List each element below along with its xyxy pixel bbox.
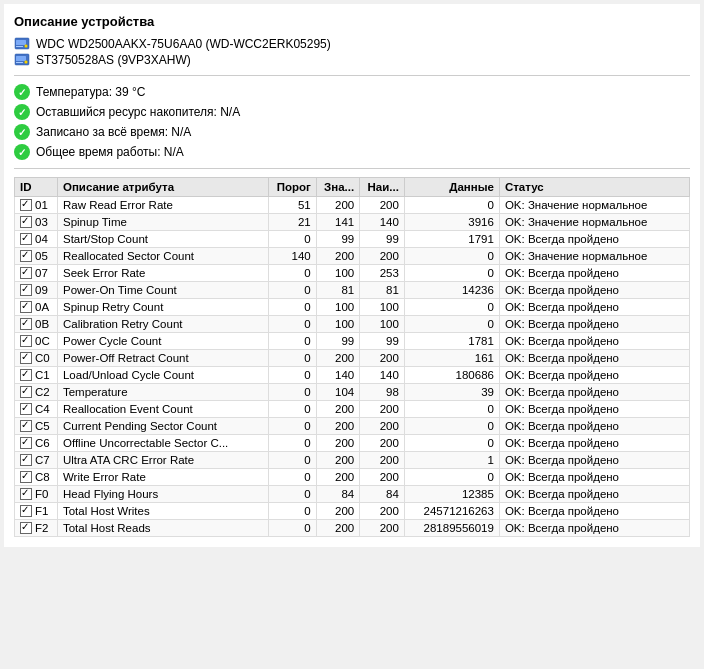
table-row: C4 Reallocation Event Count 0 200 200 0 … — [15, 401, 690, 418]
cell-id: 0B — [15, 316, 58, 333]
divider-1 — [14, 75, 690, 76]
row-checkbox[interactable] — [20, 471, 32, 483]
row-checkbox[interactable] — [20, 267, 32, 279]
table-row: F0 Head Flying Hours 0 84 84 12385 OK: В… — [15, 486, 690, 503]
cell-status: OK: Всегда пройдено — [499, 231, 689, 248]
cell-id-value: F2 — [35, 522, 48, 534]
cell-worst: 100 — [360, 299, 405, 316]
cell-id-value: 09 — [35, 284, 48, 296]
table-row: 05 Reallocated Sector Count 140 200 200 … — [15, 248, 690, 265]
row-checkbox[interactable] — [20, 233, 32, 245]
cell-id: 09 — [15, 282, 58, 299]
cell-status: OK: Всегда пройдено — [499, 452, 689, 469]
cell-id: 0A — [15, 299, 58, 316]
row-checkbox[interactable] — [20, 403, 32, 415]
row-checkbox[interactable] — [20, 199, 32, 211]
cell-value: 200 — [316, 418, 359, 435]
table-row: C5 Current Pending Sector Count 0 200 20… — [15, 418, 690, 435]
cell-status: OK: Значение нормальное — [499, 248, 689, 265]
col-header-data: Данные — [404, 178, 499, 197]
cell-status: OK: Всегда пройдено — [499, 282, 689, 299]
row-checkbox[interactable] — [20, 250, 32, 262]
cell-desc: Calibration Retry Count — [57, 316, 268, 333]
status-item-temp: Температура: 39 °C — [14, 84, 690, 100]
cell-threshold: 0 — [269, 333, 317, 350]
svg-rect-7 — [16, 62, 23, 63]
cell-threshold: 0 — [269, 316, 317, 333]
row-checkbox[interactable] — [20, 335, 32, 347]
cell-threshold: 21 — [269, 214, 317, 231]
cell-value: 200 — [316, 452, 359, 469]
cell-status: OK: Всегда пройдено — [499, 418, 689, 435]
cell-status: OK: Всегда пройдено — [499, 299, 689, 316]
table-row: F1 Total Host Writes 0 200 200 245712162… — [15, 503, 690, 520]
cell-data: 0 — [404, 299, 499, 316]
row-checkbox[interactable] — [20, 437, 32, 449]
check-icon-temp — [14, 84, 30, 100]
cell-id-value: 04 — [35, 233, 48, 245]
cell-worst: 200 — [360, 503, 405, 520]
row-checkbox[interactable] — [20, 369, 32, 381]
svg-rect-5 — [16, 56, 26, 61]
cell-id-value: C8 — [35, 471, 50, 483]
row-checkbox[interactable] — [20, 216, 32, 228]
section-title: Описание устройства — [14, 14, 690, 29]
cell-id-value: C0 — [35, 352, 50, 364]
cell-id-value: 0A — [35, 301, 49, 313]
status-label-temp: Температура: 39 °C — [36, 85, 146, 99]
table-row: 0A Spinup Retry Count 0 100 100 0 OK: Вс… — [15, 299, 690, 316]
status-label-resource: Оставшийся ресурс накопителя: N/A — [36, 105, 240, 119]
cell-threshold: 0 — [269, 469, 317, 486]
cell-threshold: 0 — [269, 452, 317, 469]
cell-id: C0 — [15, 350, 58, 367]
cell-data: 0 — [404, 401, 499, 418]
status-label-uptime: Общее время работы: N/A — [36, 145, 184, 159]
table-row: 04 Start/Stop Count 0 99 99 1791 OK: Все… — [15, 231, 690, 248]
cell-id-value: 0C — [35, 335, 50, 347]
row-checkbox[interactable] — [20, 284, 32, 296]
row-checkbox[interactable] — [20, 352, 32, 364]
cell-value: 104 — [316, 384, 359, 401]
table-header-row: ID Описание атрибута Порог Зна... Наи...… — [15, 178, 690, 197]
row-checkbox[interactable] — [20, 454, 32, 466]
cell-id-value: 03 — [35, 216, 48, 228]
table-row: 07 Seek Error Rate 0 100 253 0 OK: Всегд… — [15, 265, 690, 282]
cell-status: OK: Значение нормальное — [499, 197, 689, 214]
cell-id: 03 — [15, 214, 58, 231]
cell-id-value: C7 — [35, 454, 50, 466]
device-item-1: WDC WD2500AAKX-75U6AA0 (WD-WCC2ERK05295) — [14, 37, 690, 51]
cell-value: 81 — [316, 282, 359, 299]
check-icon-written — [14, 124, 30, 140]
cell-id-value: C6 — [35, 437, 50, 449]
row-checkbox[interactable] — [20, 420, 32, 432]
cell-id: C4 — [15, 401, 58, 418]
cell-value: 200 — [316, 503, 359, 520]
row-checkbox[interactable] — [20, 505, 32, 517]
cell-data: 24571216263 — [404, 503, 499, 520]
cell-threshold: 0 — [269, 418, 317, 435]
cell-desc: Load/Unload Cycle Count — [57, 367, 268, 384]
table-row: C8 Write Error Rate 0 200 200 0 OK: Всег… — [15, 469, 690, 486]
row-checkbox[interactable] — [20, 488, 32, 500]
cell-id-value: C2 — [35, 386, 50, 398]
disk-icon-2 — [14, 53, 30, 67]
cell-id-value: 07 — [35, 267, 48, 279]
row-checkbox[interactable] — [20, 301, 32, 313]
col-header-threshold: Порог — [269, 178, 317, 197]
cell-data: 14236 — [404, 282, 499, 299]
cell-value: 100 — [316, 265, 359, 282]
table-row: C1 Load/Unload Cycle Count 0 140 140 180… — [15, 367, 690, 384]
cell-status: OK: Всегда пройдено — [499, 350, 689, 367]
row-checkbox[interactable] — [20, 318, 32, 330]
cell-data: 3916 — [404, 214, 499, 231]
cell-worst: 140 — [360, 367, 405, 384]
cell-desc: Current Pending Sector Count — [57, 418, 268, 435]
table-row: F2 Total Host Reads 0 200 200 2818955601… — [15, 520, 690, 537]
row-checkbox[interactable] — [20, 386, 32, 398]
cell-threshold: 0 — [269, 435, 317, 452]
cell-desc: Reallocated Sector Count — [57, 248, 268, 265]
cell-id-value: F1 — [35, 505, 48, 517]
cell-value: 200 — [316, 520, 359, 537]
status-item-uptime: Общее время работы: N/A — [14, 144, 690, 160]
row-checkbox[interactable] — [20, 522, 32, 534]
